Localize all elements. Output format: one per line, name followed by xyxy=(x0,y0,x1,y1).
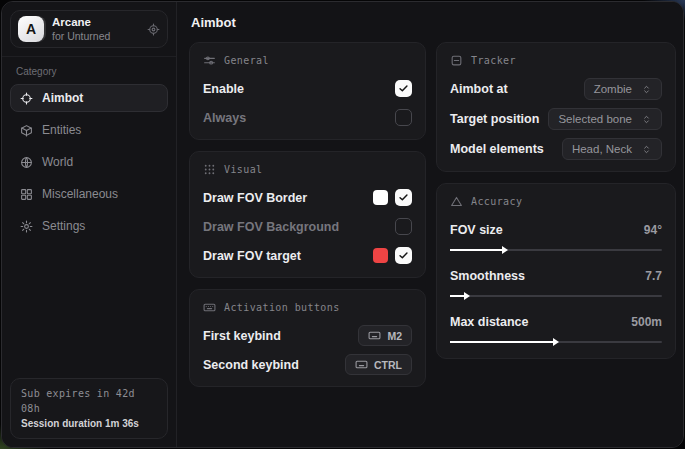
activation-header: Activation buttons xyxy=(203,301,412,314)
sidebar-item-world[interactable]: World xyxy=(10,148,168,176)
grid-icon xyxy=(20,188,33,201)
panel-icon xyxy=(450,54,463,67)
sidebar-item-label: Miscellaneous xyxy=(42,187,118,201)
tracker-header: Tracker xyxy=(450,54,662,67)
accuracy-card: Accuracy FOV size 94° xyxy=(436,183,676,359)
max-distance-block: Max distance 500m xyxy=(450,311,662,347)
model-elements-select[interactable]: Head, Neck xyxy=(562,138,662,160)
first-keybind-button[interactable]: M2 xyxy=(358,325,412,346)
sidebar-item-entities[interactable]: Entities xyxy=(10,116,168,144)
keyboard-icon xyxy=(203,301,216,314)
dots-grid-icon xyxy=(203,163,216,176)
cube-icon xyxy=(20,124,33,137)
max-distance-value: 500m xyxy=(631,315,662,329)
sub-expiry-text: Sub expires in 42d 08h xyxy=(21,386,157,416)
general-header: General xyxy=(203,54,412,67)
section-title: Activation buttons xyxy=(224,302,340,313)
sidebar-item-label: Entities xyxy=(42,123,81,137)
fov-target-row: Draw FOV target xyxy=(203,245,412,266)
general-card: General Enable Always xyxy=(189,42,426,140)
arcane-window: A Arcane for Unturned Category Aimbot xyxy=(1,1,684,448)
accuracy-header: Accuracy xyxy=(450,195,662,208)
smoothness-slider[interactable] xyxy=(450,290,662,301)
sidebar-item-label: Settings xyxy=(42,219,85,233)
fov-background-checkbox[interactable] xyxy=(395,218,412,235)
activation-card: Activation buttons First keybind M2 Seco… xyxy=(189,289,426,387)
slider-thumb[interactable] xyxy=(502,246,508,254)
sidebar-item-label: World xyxy=(42,155,73,169)
crosshair-icon xyxy=(20,92,33,105)
section-title: Visual xyxy=(224,164,263,175)
enable-checkbox[interactable] xyxy=(395,80,412,97)
session-duration-text: Session duration 1m 36s xyxy=(21,416,157,431)
fov-border-color-swatch[interactable] xyxy=(373,190,388,205)
slider-thumb[interactable] xyxy=(464,292,470,300)
gear-icon xyxy=(20,220,33,233)
sidebar-item-aimbot[interactable]: Aimbot xyxy=(10,84,168,112)
tracker-card: Tracker Aimbot at Zombie Target position xyxy=(436,42,676,172)
target-position-row: Target position Selected bone xyxy=(450,108,662,130)
arcane-logo: A xyxy=(18,16,44,42)
slider-thumb[interactable] xyxy=(553,338,559,346)
sliders-icon xyxy=(203,54,216,67)
chevrons-up-down-icon xyxy=(641,84,652,95)
crosshair-settings-icon[interactable] xyxy=(147,23,160,36)
sidebar-item-settings[interactable]: Settings xyxy=(10,212,168,240)
keyboard-icon xyxy=(368,329,381,342)
keyboard-icon xyxy=(355,358,368,371)
sidebar-item-label: Aimbot xyxy=(42,91,83,105)
sidebar-nav: Aimbot Entities World Miscellaneous xyxy=(2,82,176,242)
second-keybind-row: Second keybind CTRL xyxy=(203,354,412,375)
chevrons-up-down-icon xyxy=(641,114,652,125)
triangle-icon xyxy=(450,195,463,208)
globe-icon xyxy=(20,156,33,169)
first-keybind-row: First keybind M2 xyxy=(203,325,412,346)
always-checkbox[interactable] xyxy=(395,109,412,126)
fov-target-checkbox[interactable] xyxy=(395,247,412,264)
keybind-value: M2 xyxy=(387,330,402,342)
fov-size-block: FOV size 94° xyxy=(450,219,662,255)
select-value: Zombie xyxy=(594,83,632,95)
visual-card: Visual Draw FOV Border Draw FOV Backgrou… xyxy=(189,151,426,278)
brand-name: Arcane xyxy=(52,16,139,29)
section-title: Tracker xyxy=(471,55,516,66)
sidebar: A Arcane for Unturned Category Aimbot xyxy=(2,2,177,447)
enable-row: Enable xyxy=(203,78,412,99)
fov-target-color-swatch[interactable] xyxy=(373,248,388,263)
fov-border-row: Draw FOV Border xyxy=(203,187,412,208)
visual-header: Visual xyxy=(203,163,412,176)
keybind-value: CTRL xyxy=(374,359,402,371)
main-content: Aimbot General Enable xyxy=(177,2,683,447)
section-title: General xyxy=(224,55,269,66)
second-keybind-button[interactable]: CTRL xyxy=(345,354,412,375)
section-title: Accuracy xyxy=(471,196,522,207)
brand-card: A Arcane for Unturned xyxy=(10,10,168,48)
fov-border-checkbox[interactable] xyxy=(395,189,412,206)
logo-letter: A xyxy=(26,21,36,37)
smoothness-value: 7.7 xyxy=(645,269,662,283)
brand-header: A Arcane for Unturned xyxy=(2,2,176,57)
aimbot-at-select[interactable]: Zombie xyxy=(584,78,662,100)
brand-text: Arcane for Unturned xyxy=(52,16,139,41)
max-distance-slider[interactable] xyxy=(450,336,662,347)
select-value: Selected bone xyxy=(558,113,632,125)
model-elements-row: Model elements Head, Neck xyxy=(450,138,662,160)
sidebar-item-miscellaneous[interactable]: Miscellaneous xyxy=(10,180,168,208)
select-value: Head, Neck xyxy=(572,143,632,155)
always-row: Always xyxy=(203,107,412,128)
category-label: Category xyxy=(2,57,176,82)
chevrons-up-down-icon xyxy=(641,144,652,155)
fov-size-slider[interactable] xyxy=(450,244,662,255)
smoothness-block: Smoothness 7.7 xyxy=(450,265,662,301)
fov-background-row: Draw FOV Background xyxy=(203,216,412,237)
page-title: Aimbot xyxy=(191,15,671,30)
brand-subtitle: for Unturned xyxy=(52,30,139,42)
fov-size-value: 94° xyxy=(644,223,662,237)
aimbot-at-row: Aimbot at Zombie xyxy=(450,78,662,100)
target-position-select[interactable]: Selected bone xyxy=(548,108,662,130)
subscription-info: Sub expires in 42d 08h Session duration … xyxy=(10,378,168,439)
